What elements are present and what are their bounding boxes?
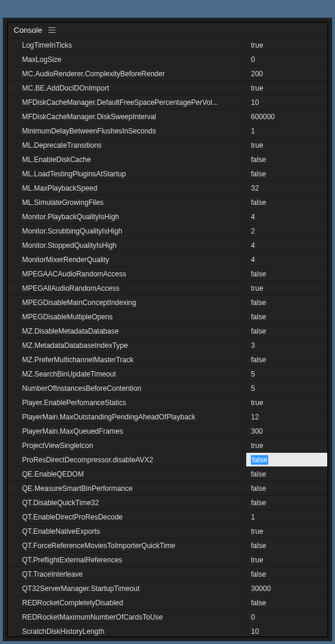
setting-value[interactable]: 1 xyxy=(246,510,327,524)
setting-key[interactable]: MonitorMixerRenderQuality xyxy=(8,253,246,266)
setting-key[interactable]: ScratchDiskHistoryLength xyxy=(8,624,246,636)
setting-value[interactable]: 300 xyxy=(246,424,327,438)
setting-value[interactable]: true xyxy=(246,553,327,567)
settings-row[interactable]: MFDiskCacheManager.DefaultFreeSpacePerce… xyxy=(8,95,327,110)
setting-key[interactable]: PlayerMain.MaxQueuedFrames xyxy=(8,424,246,438)
setting-value[interactable]: 10 xyxy=(246,624,327,636)
settings-row[interactable]: QT.ForceReferenceMoviesToImporterQuickTi… xyxy=(8,539,327,553)
settings-row[interactable]: NumberOfInstancesBeforeContention5 xyxy=(8,381,327,396)
setting-key[interactable]: ProResDirectDecompressor.disableAVX2 xyxy=(8,453,246,466)
setting-value[interactable]: true xyxy=(246,81,327,95)
settings-row[interactable]: Player.EnablePerfomanceStaticstrue xyxy=(8,396,327,410)
setting-key[interactable]: NumberOfInstancesBeforeContention xyxy=(8,381,246,395)
setting-key[interactable]: MPEGDisableMultipleOpens xyxy=(8,310,246,323)
setting-value[interactable]: false xyxy=(246,310,327,323)
setting-value[interactable]: false xyxy=(246,267,327,281)
settings-row[interactable]: ProjectViewSingleIcontrue xyxy=(8,438,327,453)
settings-row[interactable]: MZ.MetadataDatabaseIndexType3 xyxy=(8,338,327,353)
setting-key[interactable]: MPEGAllAudioRandomAccess xyxy=(8,281,246,295)
settings-row[interactable]: QT32ServerManager.StartupTimeout30000 xyxy=(8,581,327,596)
settings-table[interactable]: LogTimeInTickstrueMaxLogSize0MC.AudioRen… xyxy=(8,38,327,636)
settings-row[interactable]: QT.TraceInterleavefalse xyxy=(8,567,327,581)
settings-row[interactable]: MonitorMixerRenderQuality4 xyxy=(8,253,327,267)
settings-row[interactable]: MZ.PreferMultichannelMasterTrackfalse xyxy=(8,353,327,367)
setting-key[interactable]: Monitor.StoppedQualityIsHigh xyxy=(8,238,246,252)
setting-key[interactable]: QT.PreflightExternalReferences xyxy=(8,553,246,567)
setting-value[interactable]: false xyxy=(246,153,327,166)
setting-value[interactable]: false xyxy=(246,324,327,338)
setting-value[interactable]: false xyxy=(246,496,327,509)
setting-key[interactable]: MFDiskCacheManager.DefaultFreeSpacePerce… xyxy=(8,95,246,109)
settings-row[interactable]: ML.DeprecateTransitionstrue xyxy=(8,138,327,153)
setting-value[interactable]: false xyxy=(246,453,327,466)
settings-row[interactable]: MC.BE.AddDocIDOnImporttrue xyxy=(8,81,327,95)
setting-key[interactable]: Monitor.ScrubbingQualityIsHigh xyxy=(8,224,246,238)
setting-value[interactable]: 2 xyxy=(246,224,327,238)
setting-value[interactable]: 1 xyxy=(246,124,327,138)
setting-value[interactable]: 4 xyxy=(246,210,327,223)
setting-value[interactable]: true xyxy=(246,138,327,152)
setting-value[interactable]: false xyxy=(246,481,327,495)
setting-key[interactable]: QT32ServerManager.StartupTimeout xyxy=(8,581,246,595)
setting-value[interactable]: 0 xyxy=(246,610,327,624)
setting-value[interactable]: 12 xyxy=(246,410,327,424)
settings-row[interactable]: QE.EnableQEDOMfalse xyxy=(8,467,327,481)
settings-row[interactable]: QT.EnableNativeExportstrue xyxy=(8,524,327,539)
settings-row[interactable]: MPEGAACAudioRandomAccessfalse xyxy=(8,267,327,281)
setting-value[interactable]: 4 xyxy=(246,253,327,266)
setting-value[interactable]: false xyxy=(246,195,327,209)
setting-value[interactable]: true xyxy=(246,396,327,409)
setting-key[interactable]: Player.EnablePerfomanceStatics xyxy=(8,396,246,409)
settings-row[interactable]: ML.LoadTestingPluginsAtStartupfalse xyxy=(8,167,327,181)
settings-row[interactable]: QE.MeasureSmartBinPerformancefalse xyxy=(8,481,327,496)
setting-key[interactable]: MPEGDisableMainConceptIndexing xyxy=(8,295,246,309)
settings-row[interactable]: MPEGDisableMainConceptIndexingfalse xyxy=(8,295,327,310)
setting-key[interactable]: QT.EnableNativeExports xyxy=(8,524,246,538)
setting-key[interactable]: ML.LoadTestingPluginsAtStartup xyxy=(8,167,246,181)
settings-row[interactable]: QT.PreflightExternalReferencestrue xyxy=(8,553,327,567)
settings-row[interactable]: Monitor.ScrubbingQualityIsHigh2 xyxy=(8,224,327,238)
settings-row[interactable]: MaxLogSize0 xyxy=(8,52,327,67)
setting-value[interactable]: 600000 xyxy=(246,110,327,123)
setting-key[interactable]: MaxLogSize xyxy=(8,52,246,66)
setting-value[interactable]: false xyxy=(246,353,327,366)
setting-value[interactable]: false xyxy=(246,596,327,609)
settings-row[interactable]: Monitor.StoppedQualityIsHigh4 xyxy=(8,238,327,253)
settings-row[interactable]: ML.MaxPlaybackSpeed32 xyxy=(8,181,327,195)
setting-key[interactable]: QT.EnableDirectProResDecode xyxy=(8,510,246,524)
setting-key[interactable]: REDRocketMaximumNumberOfCardsToUse xyxy=(8,610,246,624)
settings-row[interactable]: REDRocketCompletelyDisabledfalse xyxy=(8,596,327,610)
setting-value[interactable]: 5 xyxy=(246,381,327,395)
settings-row[interactable]: REDRocketMaximumNumberOfCardsToUse0 xyxy=(8,610,327,624)
setting-key[interactable]: MZ.MetadataDatabaseIndexType xyxy=(8,338,246,352)
settings-row[interactable]: PlayerMain.MaxOutstandingPendingAheadOfP… xyxy=(8,410,327,424)
settings-row[interactable]: QT.DisableQuickTime32false xyxy=(8,496,327,510)
setting-value[interactable]: 0 xyxy=(246,52,327,66)
settings-row[interactable]: MPEGAllAudioRandomAccesstrue xyxy=(8,281,327,295)
settings-row[interactable]: ProResDirectDecompressor.disableAVX2fals… xyxy=(8,453,327,467)
settings-row[interactable]: MZ.DisableMetadataDatabasefalse xyxy=(8,324,327,338)
setting-value[interactable]: true xyxy=(246,438,327,452)
setting-value[interactable]: 200 xyxy=(246,67,327,80)
setting-key[interactable]: QE.MeasureSmartBinPerformance xyxy=(8,481,246,495)
settings-row[interactable]: Monitor.PlaybackQualityIsHigh4 xyxy=(8,210,327,224)
settings-row[interactable]: MPEGDisableMultipleOpensfalse xyxy=(8,310,327,324)
setting-value[interactable]: true xyxy=(246,524,327,538)
setting-key[interactable]: LogTimeInTicks xyxy=(8,38,246,52)
setting-value[interactable]: false xyxy=(246,295,327,309)
setting-value[interactable]: 32 xyxy=(246,181,327,195)
settings-row[interactable]: ML.EnableDiskCachefalse xyxy=(8,153,327,167)
setting-value[interactable]: 10 xyxy=(246,95,327,109)
setting-key[interactable]: QT.ForceReferenceMoviesToImporterQuickTi… xyxy=(8,539,246,552)
settings-row[interactable]: LogTimeInTickstrue xyxy=(8,38,327,52)
settings-row[interactable]: MZ.SearchBinUpdateTimeout5 xyxy=(8,367,327,381)
setting-key[interactable]: ML.DeprecateTransitions xyxy=(8,138,246,152)
settings-row[interactable]: ScratchDiskHistoryLength10 xyxy=(8,624,327,636)
setting-key[interactable]: MFDiskCacheManager.DiskSweepInterval xyxy=(8,110,246,123)
setting-key[interactable]: QE.EnableQEDOM xyxy=(8,467,246,481)
setting-key[interactable]: MZ.PreferMultichannelMasterTrack xyxy=(8,353,246,366)
setting-key[interactable]: ProjectViewSingleIcon xyxy=(8,438,246,452)
setting-key[interactable]: MZ.SearchBinUpdateTimeout xyxy=(8,367,246,381)
setting-key[interactable]: ML.EnableDiskCache xyxy=(8,153,246,166)
setting-value[interactable]: 3 xyxy=(246,338,327,352)
